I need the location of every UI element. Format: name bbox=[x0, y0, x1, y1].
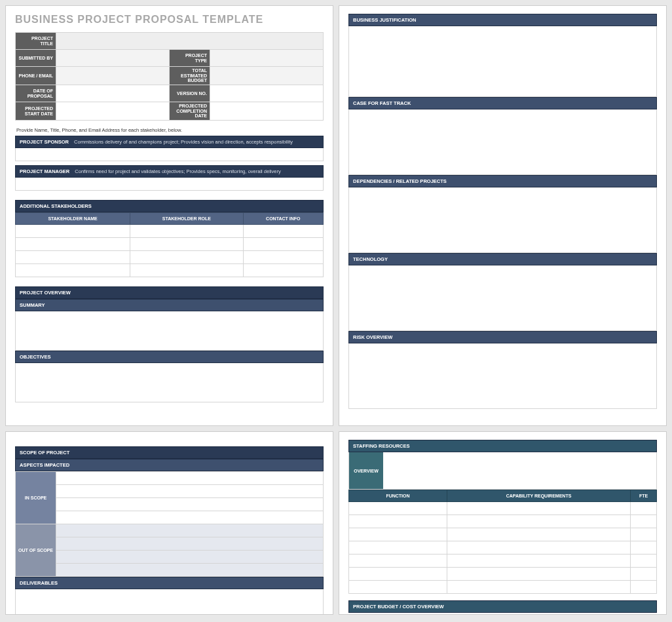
summary-header: SUMMARY bbox=[15, 299, 324, 311]
col-stakeholder-role: STAKEHOLDER ROLE bbox=[130, 213, 243, 225]
label-version-no: VERSION NO. bbox=[170, 85, 210, 102]
manager-label: PROJECT MANAGER bbox=[20, 168, 69, 174]
staffing-overview-row: OVERVIEW bbox=[348, 452, 657, 490]
project-info-table: PROJECT TITLE SUBMITTED BY PROJECT TYPE … bbox=[15, 32, 324, 121]
label-project-type: PROJECT TYPE bbox=[170, 50, 210, 67]
in-scope-row[interactable] bbox=[56, 472, 324, 485]
label-total-budget: TOTAL ESTIMATED BUDGET bbox=[170, 67, 210, 85]
page-1-right: BUSINESS JUSTIFICATION CASE FOR FAST TRA… bbox=[339, 5, 667, 426]
project-overview-header: PROJECT OVERVIEW bbox=[15, 286, 324, 299]
table-row[interactable] bbox=[349, 554, 657, 568]
field-project-title[interactable] bbox=[56, 33, 324, 50]
table-row[interactable] bbox=[349, 515, 657, 528]
stakeholder-note: Provide Name, Title, Phone, and Email Ad… bbox=[16, 127, 324, 133]
risk-overview-field[interactable] bbox=[348, 343, 657, 409]
field-start-date[interactable] bbox=[56, 102, 170, 121]
in-scope-row[interactable] bbox=[56, 511, 324, 524]
budget-header: PROJECT BUDGET / COST OVERVIEW bbox=[348, 600, 657, 613]
deliverables-header: DELIVERABLES bbox=[15, 577, 324, 589]
out-scope-row[interactable] bbox=[56, 551, 324, 564]
col-contact-info: CONTACT INFO bbox=[243, 213, 323, 225]
fast-track-header: CASE FOR FAST TRACK bbox=[348, 97, 657, 109]
scope-header: SCOPE OF PROJECT bbox=[15, 446, 324, 459]
project-manager-header: PROJECT MANAGER Confirms need for projec… bbox=[15, 165, 324, 178]
label-phone-email: PHONE / EMAIL bbox=[16, 67, 56, 85]
business-justification-header: BUSINESS JUSTIFICATION bbox=[348, 14, 657, 26]
label-completion-date: PROJECTED COMPLETION DATE bbox=[170, 102, 210, 121]
table-row[interactable] bbox=[349, 502, 657, 515]
staffing-table: FUNCTION CAPABILITY REQUIREMENTS FTE bbox=[348, 490, 657, 594]
label-start-date: PROJECTED START DATE bbox=[16, 102, 56, 121]
field-date-proposal[interactable] bbox=[56, 85, 170, 102]
dependencies-field[interactable] bbox=[348, 187, 657, 253]
overview-label: OVERVIEW bbox=[349, 452, 383, 489]
col-stakeholder-name: STAKEHOLDER NAME bbox=[16, 213, 130, 225]
field-version-no[interactable] bbox=[210, 85, 324, 102]
table-row[interactable] bbox=[349, 528, 657, 541]
objectives-field[interactable] bbox=[15, 363, 324, 402]
stakeholders-header: ADDITIONAL STAKEHOLDERS bbox=[15, 200, 324, 212]
overview-field[interactable] bbox=[383, 452, 656, 489]
field-completion-date[interactable] bbox=[210, 102, 324, 121]
stakeholders-table: STAKEHOLDER NAME STAKEHOLDER ROLE CONTAC… bbox=[15, 212, 324, 277]
table-row[interactable] bbox=[16, 264, 324, 277]
dependencies-header: DEPENDENCIES / RELATED PROJECTS bbox=[348, 175, 657, 187]
table-row[interactable] bbox=[16, 225, 324, 238]
aspects-table: IN SCOPE OUT OF SCOPE bbox=[15, 471, 324, 577]
field-phone-email[interactable] bbox=[56, 67, 170, 85]
business-justification-field[interactable] bbox=[348, 26, 657, 97]
objectives-header: OBJECTIVES bbox=[15, 351, 324, 363]
manager-desc: Confirms need for project and validates … bbox=[75, 168, 280, 174]
manager-field[interactable] bbox=[15, 178, 324, 191]
sponsor-desc: Commissions delivery of and champions pr… bbox=[74, 139, 293, 145]
page-1-left: BUSINESS PROJECT PROPOSAL TEMPLATE PROJE… bbox=[5, 5, 333, 426]
project-sponsor-header: PROJECT SPONSOR Commissions delivery of … bbox=[15, 136, 324, 148]
page-2-left: SCOPE OF PROJECT ASPECTS IMPACTED IN SCO… bbox=[5, 431, 333, 615]
table-row[interactable] bbox=[16, 251, 324, 264]
col-function: FUNCTION bbox=[349, 490, 447, 502]
field-project-type[interactable] bbox=[210, 50, 324, 67]
sponsor-label: PROJECT SPONSOR bbox=[20, 139, 69, 145]
summary-field[interactable] bbox=[15, 311, 324, 351]
table-row[interactable] bbox=[349, 581, 657, 594]
table-row[interactable] bbox=[349, 568, 657, 581]
staffing-header: STAFFING RESOURCES bbox=[348, 440, 657, 452]
label-date-proposal: DATE OF PROPOSAL bbox=[16, 85, 56, 102]
col-capability: CAPABILITY REQUIREMENTS bbox=[447, 490, 631, 502]
field-submitted-by[interactable] bbox=[56, 50, 170, 67]
col-fte: FTE bbox=[631, 490, 657, 502]
label-project-title: PROJECT TITLE bbox=[16, 33, 56, 50]
page-2-right: STAFFING RESOURCES OVERVIEW FUNCTION CAP… bbox=[339, 431, 667, 615]
technology-header: TECHNOLOGY bbox=[348, 253, 657, 265]
field-total-budget[interactable] bbox=[210, 67, 324, 85]
sponsor-field[interactable] bbox=[15, 148, 324, 161]
in-scope-row[interactable] bbox=[56, 498, 324, 511]
fast-track-field[interactable] bbox=[348, 109, 657, 175]
out-scope-label: OUT OF SCOPE bbox=[16, 524, 56, 577]
table-row[interactable] bbox=[16, 238, 324, 251]
out-scope-row[interactable] bbox=[56, 524, 324, 537]
aspects-impacted-header: ASPECTS IMPACTED bbox=[15, 459, 324, 471]
risk-overview-header: RISK OVERVIEW bbox=[348, 331, 657, 343]
document-title: BUSINESS PROJECT PROPOSAL TEMPLATE bbox=[15, 14, 324, 26]
out-scope-row[interactable] bbox=[56, 564, 324, 577]
deliverables-field[interactable] bbox=[15, 589, 324, 615]
technology-field[interactable] bbox=[348, 265, 657, 331]
in-scope-row[interactable] bbox=[56, 485, 324, 498]
in-scope-label: IN SCOPE bbox=[16, 472, 56, 524]
out-scope-row[interactable] bbox=[56, 537, 324, 551]
label-submitted-by: SUBMITTED BY bbox=[16, 50, 56, 67]
table-row[interactable] bbox=[349, 541, 657, 554]
